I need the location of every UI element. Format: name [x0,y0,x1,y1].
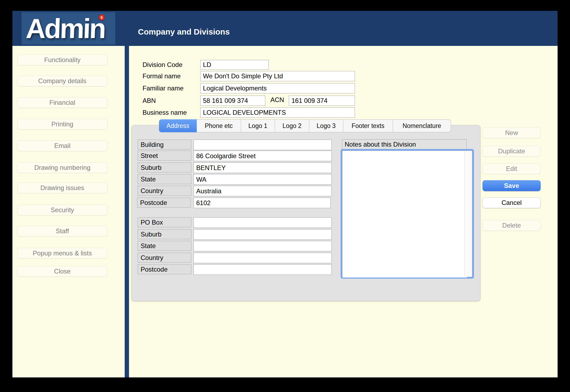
familiar-name-input[interactable] [200,83,355,93]
division-code-label: Division Code [142,60,182,70]
edit-button[interactable]: Edit [483,163,541,174]
tab-phone-etc[interactable]: Phone etc [197,119,241,132]
po-country-label: Country [138,253,191,263]
delete-button[interactable]: Delete [483,220,541,231]
familiar-name-label: Familiar name [142,83,184,93]
postcode-label: Postcode [137,198,191,208]
save-button[interactable]: Save [483,180,541,191]
sidebar-item-drawing-numbering[interactable]: Drawing numbering [17,162,107,173]
tab-logo-3[interactable]: Logo 3 [309,119,343,132]
sidebar-item-financial[interactable]: Financial [17,97,107,108]
po-box-label: PO Box [138,217,191,227]
po-box-input[interactable] [194,217,332,228]
abn-label: ABN [142,96,156,106]
sidebar-divider [125,46,129,377]
tab-address[interactable]: Address [159,119,197,132]
suburb-label: Suburb [138,163,191,173]
suburb-input[interactable] [194,163,332,173]
formal-name-label: Formal name [142,71,181,81]
country-label: Country [138,186,191,196]
po-state-input[interactable] [194,241,332,251]
building-label: Building [138,140,191,150]
notes-container [341,149,474,279]
duplicate-button[interactable]: Duplicate [483,146,541,157]
tab-logo-2[interactable]: Logo 2 [275,119,309,132]
acn-input[interactable] [289,96,355,106]
po-suburb-label: Suburb [138,229,191,239]
state-input[interactable] [194,174,332,185]
sidebar-item-drawing-issues[interactable]: Drawing issues [17,183,107,193]
po-state-label: State [138,241,191,251]
street-input[interactable] [194,151,332,161]
notes-scrollbar[interactable] [464,151,472,276]
notes-textarea[interactable] [343,151,467,278]
division-code-input[interactable] [200,60,269,70]
admin-window: Admin 5 Company and Divisions Functional… [12,11,558,377]
sidebar-item-printing[interactable]: Printing [17,119,107,130]
business-name-label: Business name [142,107,187,118]
acn-label: ACN [270,95,284,105]
sidebar-item-email[interactable]: Email [17,140,107,151]
po-suburb-input[interactable] [194,229,332,240]
tab-footer-texts[interactable]: Footer texts [343,119,393,132]
page-title: Company and Divisions [138,27,230,36]
header-bar: Admin 5 Company and Divisions [12,11,558,46]
sidebar-item-close[interactable]: Close [17,266,107,277]
po-postcode-label: Postcode [138,264,191,274]
po-country-input[interactable] [194,253,332,263]
cancel-button[interactable]: Cancel [483,197,541,208]
notes-label: Notes about this Division [342,139,467,150]
street-label: Street [138,151,191,161]
tab-nomenclature[interactable]: Nomenclature [393,119,451,132]
formal-name-input[interactable] [200,71,355,81]
state-label: State [138,174,191,184]
building-input[interactable] [194,140,332,150]
sidebar-item-staff[interactable]: Staff [17,226,107,236]
country-input[interactable] [194,186,332,196]
abn-input[interactable] [200,96,265,106]
sidebar-item-popup-menus[interactable]: Popup menus & lists [17,248,107,259]
postcode-input[interactable] [194,198,331,208]
notification-badge: 5 [99,14,105,21]
sidebar-item-security[interactable]: Security [17,205,107,215]
tab-logo-1[interactable]: Logo 1 [241,119,275,132]
po-postcode-input[interactable] [194,264,332,275]
new-button[interactable]: New [483,127,541,138]
admin-logo: Admin 5 [22,12,115,45]
business-name-input[interactable] [200,107,355,118]
screen: Admin 5 Company and Divisions Functional… [0,0,570,392]
sidebar-item-company-details[interactable]: Company details [17,76,107,86]
sidebar-item-functionality[interactable]: Functionality [17,55,107,65]
